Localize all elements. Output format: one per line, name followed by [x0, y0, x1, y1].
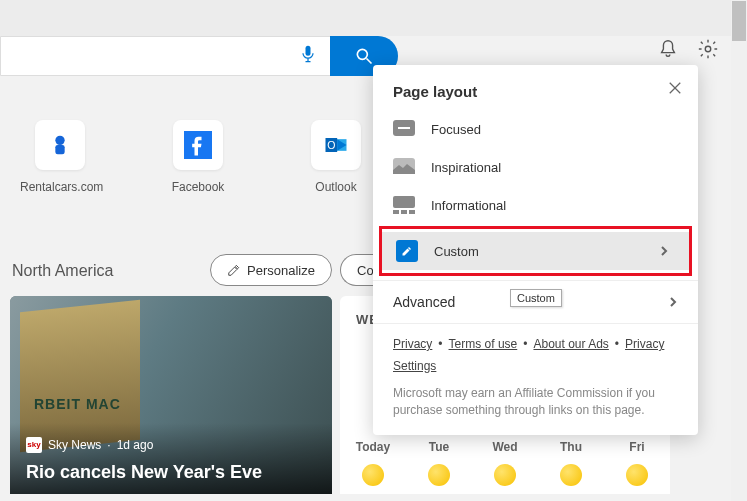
inspirational-icon [393, 158, 415, 176]
svg-line-1 [367, 59, 372, 64]
scrollbar-thumb[interactable] [732, 1, 746, 41]
header-strip [0, 0, 731, 36]
tile-label: Facebook [158, 180, 238, 194]
svg-rect-14 [393, 196, 415, 208]
sun-icon [560, 464, 582, 486]
news-card[interactable]: sky Sky News · 1d ago Rio cancels New Ye… [10, 296, 332, 494]
svg-point-2 [705, 46, 711, 52]
tile-label: Outlook [296, 180, 376, 194]
layout-option-focused[interactable]: Focused [373, 110, 698, 148]
svg-rect-12 [398, 127, 410, 129]
sun-icon [494, 464, 516, 486]
close-button[interactable] [668, 81, 684, 97]
forecast-day: Tue [406, 440, 472, 486]
chevron-right-icon [659, 244, 669, 259]
forecast-day: Wed [472, 440, 538, 486]
quicklink-rentalcars[interactable]: Rentalcars.com [20, 120, 100, 194]
sun-icon [626, 464, 648, 486]
news-time: 1d ago [117, 438, 154, 452]
sun-icon [428, 464, 450, 486]
svg-rect-4 [55, 145, 64, 154]
search-bar[interactable] [0, 36, 398, 76]
page-layout-flyout: Page layout Focused Inspirational Inform… [373, 65, 698, 435]
quicklink-facebook[interactable]: Facebook [158, 120, 238, 194]
option-label: Focused [431, 122, 481, 137]
link-terms[interactable]: Terms of use [449, 337, 518, 351]
sun-icon [362, 464, 384, 486]
personalize-label: Personalize [247, 263, 315, 278]
svg-rect-15 [393, 210, 399, 214]
forecast-day: Today [340, 440, 406, 486]
option-label: Inspirational [431, 160, 501, 175]
informational-icon [393, 196, 415, 214]
notifications-icon[interactable] [657, 38, 679, 60]
microphone-icon[interactable] [286, 36, 330, 76]
layout-option-custom-highlight: Custom [379, 226, 692, 276]
personalize-button[interactable]: Personalize [210, 254, 332, 286]
settings-gear-icon[interactable] [697, 38, 719, 60]
tooltip: Custom [510, 289, 562, 307]
svg-point-0 [357, 49, 367, 59]
option-label: Custom [434, 244, 479, 259]
forecast-day: Thu [538, 440, 604, 486]
svg-text:O: O [327, 139, 335, 151]
svg-rect-16 [401, 210, 407, 214]
forecast-day: Fri [604, 440, 670, 486]
option-label: Informational [431, 198, 506, 213]
quicklink-outlook[interactable]: O Outlook [296, 120, 376, 194]
disclaimer-text: Microsoft may earn an Affiliate Commissi… [373, 383, 698, 425]
focused-icon [393, 120, 415, 138]
svg-rect-17 [409, 210, 415, 214]
news-source: Sky News [48, 438, 101, 452]
svg-point-3 [55, 136, 64, 145]
chevron-right-icon [668, 294, 678, 310]
layout-option-informational[interactable]: Informational [373, 186, 698, 224]
scrollbar[interactable] [731, 0, 747, 501]
link-privacy[interactable]: Privacy [393, 337, 432, 351]
custom-icon [396, 240, 418, 262]
link-ads[interactable]: About our Ads [533, 337, 608, 351]
pencil-icon [227, 263, 241, 277]
layout-option-inspirational[interactable]: Inspirational [373, 148, 698, 186]
advanced-label: Advanced [393, 294, 455, 310]
section-title: North America [12, 262, 113, 280]
footer-links: Privacy•Terms of use•About our Ads•Priva… [373, 324, 698, 383]
news-title: Rio cancels New Year's Eve [26, 461, 316, 484]
tile-label: Rentalcars.com [20, 180, 100, 194]
flyout-title: Page layout [373, 65, 698, 110]
news-source-icon: sky [26, 437, 42, 453]
layout-option-custom[interactable]: Custom [382, 232, 689, 270]
